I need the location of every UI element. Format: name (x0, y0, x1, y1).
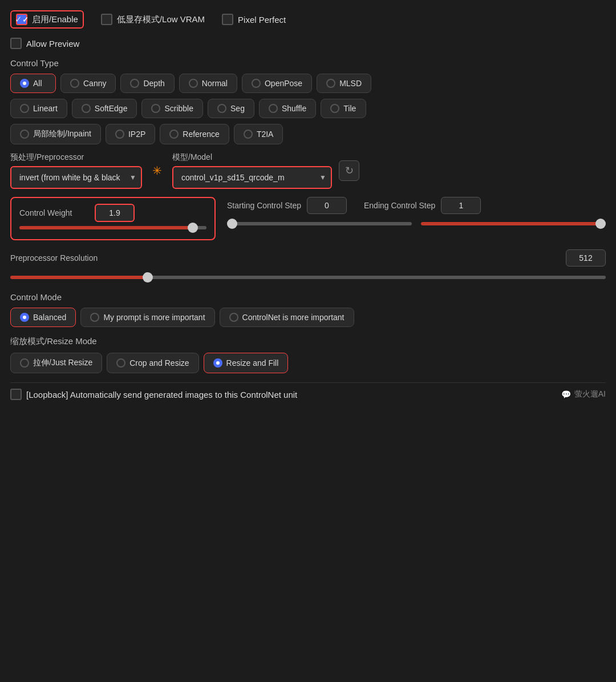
control-type-tile-label: Tile (343, 104, 356, 113)
control-type-ip2p-label: IP2P (128, 130, 145, 139)
resize-mode-resize-fill[interactable]: Resize and Fill (204, 353, 289, 373)
checkmark-icon: ✓ (15, 14, 22, 25)
control-type-inpaint-label: 局部绘制/Inpaint (33, 129, 91, 139)
enable-label: 启用/Enable (32, 14, 78, 25)
control-type-row2: Lineart SoftEdge Scribble Seg Shuffle Ti… (10, 99, 606, 118)
resize-mode-just-resize[interactable]: 拉伸/Just Resize (10, 353, 102, 373)
control-type-section-label: Control Type (10, 58, 606, 68)
control-type-ip2p[interactable]: IP2P (106, 124, 155, 144)
control-mode-controlnet[interactable]: ControlNet is more important (220, 308, 354, 327)
low-vram-checkbox[interactable] (101, 14, 112, 25)
star-icon: ✳ (152, 164, 162, 177)
control-type-lineart[interactable]: Lineart (10, 99, 67, 118)
just-resize-label: 拉伸/Just Resize (33, 358, 92, 368)
radio-dot-ip2p (115, 130, 124, 139)
radio-dot-tile (330, 104, 339, 113)
ending-slider-container (421, 217, 606, 227)
control-type-inpaint[interactable]: 局部绘制/Inpaint (10, 124, 101, 144)
prep-res-value[interactable]: 512 (566, 249, 606, 267)
radio-dot-balanced (20, 313, 29, 322)
radio-dot-depth (130, 79, 139, 88)
starting-label: Starting Control Step (227, 201, 301, 210)
control-type-tile[interactable]: Tile (321, 99, 366, 118)
loopback-checkbox-item[interactable]: [Loopback] Automatically send generated … (10, 389, 297, 400)
loopback-label: [Loopback] Automatically send generated … (26, 390, 297, 399)
model-select[interactable]: control_v1p_sd15_qrcode_m none (172, 166, 332, 189)
control-type-all[interactable]: All (10, 74, 56, 93)
control-type-row3: 局部绘制/Inpaint IP2P Reference T2IA (10, 124, 606, 144)
control-type-mlsd[interactable]: MLSD (317, 74, 371, 93)
control-type-mlsd-label: MLSD (339, 79, 362, 88)
radio-dot-controlnet (229, 313, 238, 322)
control-type-seg-label: Seg (230, 104, 245, 113)
starting-control-step-group: Starting Control Step 0 Ending Control S… (227, 197, 606, 227)
control-weight-value[interactable]: 1.9 (95, 204, 135, 222)
control-type-shuffle[interactable]: Shuffle (259, 99, 316, 118)
refresh-button[interactable]: ↻ (339, 160, 359, 181)
control-type-scribble[interactable]: Scribble (141, 99, 203, 118)
allow-preview-label: Allow Preview (26, 39, 79, 49)
starting-control-step-slider[interactable] (227, 222, 412, 225)
control-weight-label: Control Weight (19, 208, 88, 217)
radio-dot-my-prompt (90, 313, 99, 322)
radio-dot-mlsd (326, 79, 335, 88)
control-weight-header: Control Weight 1.9 (19, 204, 206, 222)
control-type-shuffle-label: Shuffle (282, 104, 306, 113)
loopback-row: [Loopback] Automatically send generated … (10, 389, 606, 400)
control-type-row1: All Canny Depth Normal OpenPose MLSD (10, 74, 606, 93)
model-field: 模型/Model control_v1p_sd15_qrcode_m none … (172, 152, 332, 189)
enable-checkbox[interactable]: ✓ (16, 14, 27, 25)
radio-dot-openpose (252, 79, 261, 88)
radio-dot-just-resize (20, 358, 29, 368)
crop-resize-label: Crop and Resize (129, 358, 189, 368)
resize-mode-group: 拉伸/Just Resize Crop and Resize Resize an… (10, 353, 606, 373)
control-type-reference[interactable]: Reference (160, 124, 229, 144)
control-type-normal[interactable]: Normal (179, 74, 237, 93)
pixel-perfect-checkbox-item[interactable]: Pixel Perfect (222, 14, 286, 25)
low-vram-checkbox-item[interactable]: 低显存模式/Low VRAM (101, 14, 205, 25)
control-type-depth[interactable]: Depth (120, 74, 174, 93)
control-type-t2ia[interactable]: T2IA (234, 124, 283, 144)
radio-dot-canny (70, 79, 79, 88)
loopback-checkbox[interactable] (10, 389, 22, 400)
allow-preview-checkbox[interactable] (10, 38, 22, 49)
control-weight-slider-container (19, 222, 206, 233)
low-vram-label: 低显存模式/Low VRAM (117, 14, 205, 25)
radio-dot-normal (189, 79, 198, 88)
preprocessor-select-wrapper: invert (from white bg & black none canny… (10, 166, 142, 189)
my-prompt-label: My prompt is more important (103, 313, 205, 322)
control-type-canny[interactable]: Canny (60, 74, 116, 93)
preprocessor-resolution-slider[interactable] (10, 276, 606, 279)
control-type-openpose[interactable]: OpenPose (242, 74, 312, 93)
control-type-scribble-label: Scribble (164, 104, 193, 113)
control-mode-balanced[interactable]: Balanced (10, 308, 76, 327)
control-weight-slider[interactable] (19, 226, 206, 229)
radio-dot-seg (217, 104, 226, 113)
enable-checkbox-container[interactable]: ✓ 启用/Enable (10, 10, 84, 29)
control-type-seg[interactable]: Seg (208, 99, 254, 118)
refresh-icon: ↻ (345, 164, 354, 177)
divider (10, 382, 606, 383)
resize-mode-crop-resize[interactable]: Crop and Resize (107, 353, 198, 373)
starting-value[interactable]: 0 (307, 197, 347, 214)
preprocessor-select[interactable]: invert (from white bg & black none canny (10, 166, 142, 189)
controlnet-label: ControlNet is more important (242, 313, 345, 322)
resize-mode-section: 缩放模式/Resize Mode 拉伸/Just Resize Crop and… (10, 336, 606, 373)
preprocessor-label: 预处理/Preprocessor (10, 152, 142, 163)
model-label: 模型/Model (172, 152, 332, 163)
watermark: 💬 萤火遛AI (561, 389, 606, 399)
resize-fill-label: Resize and Fill (226, 358, 279, 368)
control-type-openpose-label: OpenPose (265, 79, 302, 88)
control-type-normal-label: Normal (202, 79, 228, 88)
ending-label: Ending Control Step (364, 201, 435, 210)
ending-value[interactable]: 1 (441, 197, 481, 214)
control-mode-my-prompt[interactable]: My prompt is more important (80, 308, 214, 327)
control-type-softedge[interactable]: SoftEdge (72, 99, 137, 118)
pixel-perfect-checkbox[interactable] (222, 14, 233, 25)
preprocessor-field: 预处理/Preprocessor invert (from white bg &… (10, 152, 142, 189)
control-weight-section: Control Weight 1.9 (10, 197, 216, 240)
radio-dot-resize-fill (213, 358, 222, 368)
radio-dot-t2ia (244, 130, 253, 139)
ending-control-step-slider[interactable] (421, 222, 606, 225)
control-type-lineart-label: Lineart (33, 104, 58, 113)
